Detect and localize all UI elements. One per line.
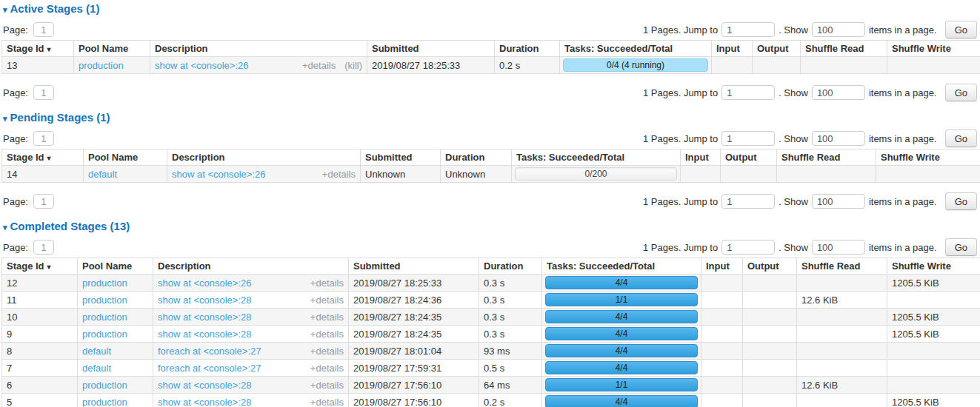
go-button[interactable]: Go — [945, 84, 977, 101]
kill-link[interactable]: (kill) — [344, 60, 362, 71]
col-stage-id[interactable]: Stage Id▾ — [2, 258, 78, 275]
items-per-page-input[interactable] — [812, 240, 865, 255]
pool-link[interactable]: default — [82, 363, 111, 374]
completed-stages-header[interactable]: ▾Completed Stages (13) — [3, 220, 979, 234]
pool-link[interactable]: production — [82, 295, 127, 306]
description-link[interactable]: show at <console>:26 — [172, 169, 265, 180]
col-stage-id[interactable]: Stage Id▾ — [2, 149, 84, 166]
details-link[interactable]: +details — [310, 397, 344, 407]
details-link[interactable]: +details — [310, 278, 344, 289]
col-output[interactable]: Output — [743, 258, 797, 275]
jump-to-page-input[interactable] — [721, 240, 775, 255]
details-link[interactable]: +details — [310, 312, 344, 323]
col-submitted[interactable]: Submitted — [367, 41, 495, 57]
details-link[interactable]: +details — [310, 346, 344, 357]
details-link[interactable]: +details — [310, 329, 344, 340]
col-shuffle-write[interactable]: Shuffle Write — [887, 258, 980, 275]
col-input[interactable]: Input — [701, 258, 743, 275]
tasks-progress-label: 1/1 — [616, 295, 628, 305]
col-shuffle-read[interactable]: Shuffle Read — [777, 149, 876, 166]
description-link[interactable]: show at <console>:28 — [158, 397, 251, 407]
items-per-page-input[interactable] — [812, 85, 865, 100]
col-shuffle-read[interactable]: Shuffle Read — [797, 258, 887, 275]
pool-link[interactable]: default — [88, 169, 117, 180]
col-description[interactable]: Description — [153, 258, 349, 275]
description-link[interactable]: show at <console>:28 — [158, 329, 251, 340]
col-description[interactable]: Description — [167, 149, 361, 166]
details-link[interactable]: +details — [310, 363, 344, 374]
pool-link[interactable]: production — [82, 329, 127, 340]
col-input[interactable]: Input — [681, 149, 721, 166]
items-per-page-input[interactable] — [812, 22, 865, 37]
col-input[interactable]: Input — [712, 41, 753, 57]
jump-to-page-input[interactable] — [721, 85, 775, 100]
description-link[interactable]: show at <console>:28 — [158, 295, 251, 306]
pool-link[interactable]: production — [82, 278, 127, 289]
details-link[interactable]: +details — [322, 169, 356, 180]
tasks-progress-bar: 4/4 — [545, 344, 698, 357]
go-button[interactable]: Go — [945, 238, 977, 256]
page-label: Page: — [3, 196, 28, 207]
cell-shuffle-write: 1205.5 KiB — [887, 275, 980, 292]
description-link[interactable]: show at <console>:28 — [158, 312, 251, 323]
col-tasks[interactable]: Tasks: Succeeded/Total — [560, 41, 712, 57]
col-pool-name[interactable]: Pool Name — [84, 149, 167, 166]
description-link[interactable]: show at <console>:28 — [158, 380, 251, 391]
pool-link[interactable]: production — [82, 312, 127, 323]
table-row: 5 production show at <console>:28+detail… — [2, 394, 980, 407]
active-stages-header[interactable]: ▾Active Stages (1) — [3, 2, 979, 16]
col-duration[interactable]: Duration — [495, 41, 560, 57]
page-number-input[interactable] — [33, 85, 54, 100]
col-shuffle-write[interactable]: Shuffle Write — [887, 41, 980, 57]
col-output[interactable]: Output — [721, 149, 777, 166]
cell-duration: Unknown — [441, 166, 512, 183]
go-button[interactable]: Go — [945, 21, 977, 38]
pages-jump-text: 1 Pages. Jump to — [643, 196, 718, 207]
col-description[interactable]: Description — [150, 41, 367, 57]
col-shuffle-write[interactable]: Shuffle Write — [876, 149, 980, 166]
cell-shuffle-write — [887, 57, 980, 74]
col-submitted[interactable]: Submitted — [361, 149, 441, 166]
cell-shuffle-write — [876, 166, 980, 183]
col-shuffle-read[interactable]: Shuffle Read — [801, 41, 887, 57]
col-submitted[interactable]: Submitted — [349, 258, 479, 275]
description-link[interactable]: show at <console>:26 — [155, 60, 248, 71]
description-link[interactable]: foreach at <console>:27 — [158, 363, 261, 374]
col-tasks[interactable]: Tasks: Succeeded/Total — [542, 258, 701, 275]
pool-link[interactable]: production — [82, 380, 127, 391]
jump-to-page-input[interactable] — [721, 131, 775, 146]
pending-stages-header[interactable]: ▾Pending Stages (1) — [3, 111, 979, 125]
col-tasks[interactable]: Tasks: Succeeded/Total — [512, 149, 681, 166]
page-number-input[interactable] — [33, 240, 54, 255]
details-link[interactable]: +details — [302, 60, 336, 71]
description-link[interactable]: show at <console>:26 — [158, 278, 251, 289]
col-stage-id[interactable]: Stage Id▾ — [2, 41, 74, 57]
details-link[interactable]: +details — [310, 295, 344, 306]
cell-pool-name: default — [84, 166, 167, 183]
pool-link[interactable]: default — [82, 346, 111, 357]
items-per-page-input[interactable] — [812, 131, 865, 146]
cell-submitted: 2019/08/27 18:24:35 — [349, 326, 479, 343]
pool-link[interactable]: production — [82, 397, 127, 407]
cell-shuffle-read: 12.6 KiB — [797, 292, 887, 309]
col-duration[interactable]: Duration — [479, 258, 542, 275]
pool-link[interactable]: production — [79, 60, 124, 71]
items-per-page-input[interactable] — [812, 194, 865, 209]
col-pool-name[interactable]: Pool Name — [74, 41, 150, 57]
pages-jump-text: 1 Pages. Jump to — [643, 242, 718, 253]
description-link[interactable]: foreach at <console>:27 — [158, 346, 261, 357]
cell-submitted: 2019/08/27 18:25:33 — [367, 57, 495, 74]
cell-stage-id: 5 — [2, 394, 78, 407]
col-output[interactable]: Output — [753, 41, 801, 57]
page-number-input[interactable] — [33, 131, 54, 146]
col-duration[interactable]: Duration — [441, 149, 512, 166]
page-number-input[interactable] — [33, 22, 54, 37]
go-button[interactable]: Go — [945, 192, 977, 210]
page-number-input[interactable] — [33, 194, 54, 209]
go-button[interactable]: Go — [945, 130, 977, 147]
jump-to-page-input[interactable] — [721, 22, 775, 37]
jump-to-page-input[interactable] — [721, 194, 775, 209]
col-pool-name[interactable]: Pool Name — [78, 258, 153, 275]
details-link[interactable]: +details — [310, 380, 344, 391]
cell-description: show at <console>:26+details — [153, 275, 349, 292]
